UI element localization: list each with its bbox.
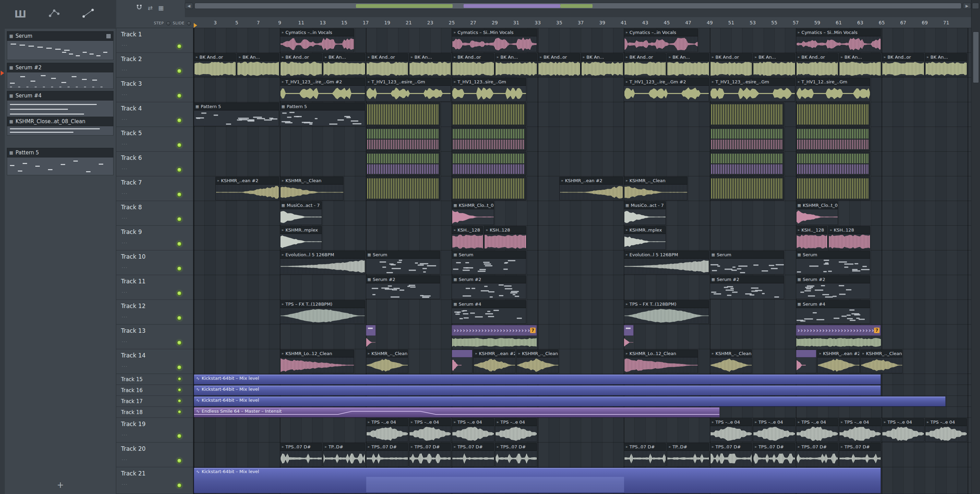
track-header-19[interactable]: Track 19...	[116, 418, 193, 443]
pattern-clip[interactable]: ▦Serum #4	[452, 300, 526, 324]
pattern-clip[interactable]: ▦Serum	[796, 251, 870, 274]
pattern-clip[interactable]: ›››››››››››››››››››››››››››7	[796, 325, 881, 336]
audio-clip[interactable]: »KSH.._128	[452, 226, 483, 250]
automation-clip[interactable]: ∿Kickstart-64bit – Mix level	[194, 468, 881, 493]
picker-item-5[interactable]: ▦Pattern 5	[7, 148, 113, 175]
scrollbar-handle[interactable]	[194, 3, 961, 9]
track-header-13[interactable]: Track 13...	[116, 325, 193, 349]
audio-clip[interactable]: »KSHMR_..ean #2	[817, 350, 859, 373]
track-header-17[interactable]: Track 17	[116, 396, 193, 407]
audio-clip[interactable]	[452, 337, 537, 347]
track-header-20[interactable]: Track 20...	[116, 443, 193, 467]
picker-item-1[interactable]: ▦Serum	[7, 31, 113, 60]
audio-clip[interactable]: »TPS..07 D#	[452, 443, 494, 467]
scroll-left-arrow[interactable]: ◀	[185, 3, 193, 9]
audio-clip[interactable]: »TPS..07 D#	[366, 443, 408, 467]
audio-clip[interactable]	[796, 337, 881, 347]
pattern-clip[interactable]: ▦Pattern 5	[280, 103, 365, 126]
track-header-3[interactable]: Track 3...	[116, 78, 193, 102]
audio-clip[interactable]: »TPS..07 D#	[280, 443, 322, 467]
pattern-clip[interactable]: ▦Serum #4	[796, 300, 870, 324]
track-enable-led[interactable]	[178, 399, 181, 403]
automation-clip[interactable]: ∿Kickstart-64bit – Mix level	[194, 385, 881, 395]
track-enable-led[interactable]	[177, 217, 182, 222]
automation-curve-icon[interactable]	[82, 8, 94, 21]
scroll-right-arrow[interactable]: ▶	[963, 3, 971, 9]
pattern-clip[interactable]	[710, 103, 784, 126]
audio-clip[interactable]: »KSHMR_..ean #2	[215, 177, 279, 200]
pattern-clip[interactable]	[710, 177, 784, 200]
playhead-marker[interactable]	[194, 23, 197, 28]
pattern-clip[interactable]	[366, 127, 440, 151]
audio-clip[interactable]: »KSHMR_Lo..12_Clean	[624, 350, 698, 373]
audio-clip[interactable]: »TPS –..e 04	[925, 418, 967, 442]
pattern-clip[interactable]	[710, 152, 784, 176]
pattern-clip[interactable]	[452, 127, 526, 151]
track-enable-led[interactable]	[178, 377, 181, 381]
audio-clip[interactable]: »TPS –..e 04	[752, 418, 795, 442]
picker-item-button[interactable]	[106, 33, 111, 39]
audio-clip[interactable]: »BK An...	[581, 53, 623, 77]
snap-magnet-icon[interactable]	[136, 4, 142, 11]
audio-clip[interactable]: »BK And..or	[280, 53, 322, 77]
automation-clip[interactable]: ∿Kickstart-64bit – Mix level	[194, 374, 881, 384]
audio-clip[interactable]: »KSH..128	[828, 226, 870, 250]
track-enable-led[interactable]	[177, 143, 182, 148]
track-header-8[interactable]: Track 8...	[116, 201, 193, 226]
track-enable-led[interactable]	[177, 167, 182, 172]
track-enable-led[interactable]	[177, 458, 182, 463]
audio-clip[interactable]: »BK And..or	[710, 53, 752, 77]
pattern-clip[interactable]: ▦Serum	[366, 251, 440, 274]
audio-clip[interactable]: »BK An...	[667, 53, 709, 77]
audio-clip[interactable]: »T_HV1_123..sire_..Gm	[452, 78, 526, 102]
automation-clip[interactable]: ∿Kickstart-64bit – Mix level	[194, 396, 946, 406]
pattern-clip[interactable]: ›››››››››››››››››››››››››››7	[452, 325, 537, 336]
pattern-clip[interactable]	[366, 325, 376, 336]
track-header-18[interactable]: Track 18	[116, 407, 193, 418]
picker-item-4[interactable]: ▦KSHMR_Close..at_08_Clean	[7, 116, 113, 135]
audio-clip[interactable]: »TPS..07 D#	[710, 443, 752, 467]
audio-clip[interactable]	[366, 337, 376, 347]
track-header-15[interactable]: Track 15	[116, 374, 193, 385]
pattern-clip[interactable]: ▦MusiCo..act - 7	[624, 201, 666, 225]
audio-clip[interactable]: »BK An...	[752, 53, 795, 77]
pattern-clip[interactable]	[452, 350, 473, 373]
audio-clip[interactable]: »TPS..07 D#	[752, 443, 795, 467]
audio-clip[interactable]: »T_HV1_12..sire_..Gm	[796, 78, 870, 102]
audio-clip[interactable]: »BK An...	[323, 53, 365, 77]
audio-clip[interactable]: »TPS –..e 04	[366, 418, 408, 442]
pattern-clip[interactable]: ▦Serum #2	[366, 276, 440, 299]
audio-clip[interactable]: »KSHMR_.._Clean	[280, 177, 344, 200]
audio-clip[interactable]: »TPS – FX T..(128BPM)	[624, 300, 709, 324]
audio-clip[interactable]: »T_HV1_123_..ire_..Gm #2	[624, 78, 709, 102]
audio-clip[interactable]: »KSH.._128	[796, 226, 827, 250]
track-enable-led[interactable]	[177, 44, 182, 49]
audio-clip[interactable]: »BK An...	[839, 53, 881, 77]
audio-clip[interactable]: »Evolution..l 5 126BPM	[280, 251, 365, 274]
audio-clip[interactable]: »Cymatics –..in Vocals	[624, 29, 698, 52]
audio-clip[interactable]: »Cymatics – Si..Min Vocals	[796, 29, 881, 52]
audio-clip[interactable]: »BK And..or	[796, 53, 838, 77]
pattern-clip[interactable]	[796, 103, 870, 126]
pattern-clip[interactable]: ▦Serum	[452, 251, 526, 274]
track-header-14[interactable]: Track 14...	[116, 349, 193, 374]
track-header-12[interactable]: Track 12...	[116, 300, 193, 325]
track-header-21[interactable]: Track 21...	[116, 467, 193, 494]
audio-clip[interactable]: »Cymatics –..in Vocals	[280, 29, 354, 52]
audio-clip[interactable]: »T_HV1_123_..ire_..Gm #2	[280, 78, 365, 102]
audio-clip[interactable]: »TPS –..e 04	[710, 418, 752, 442]
audio-clip[interactable]: »BK An...	[409, 53, 451, 77]
audio-clip[interactable]: »TPS –..e 04	[452, 418, 494, 442]
swap-tool-icon[interactable]: ⇄	[148, 5, 153, 11]
track-header-4[interactable]: Track 4...	[116, 102, 193, 127]
track-enable-led[interactable]	[177, 69, 182, 73]
slide-toggle[interactable]	[187, 21, 191, 25]
track-enable-led[interactable]	[177, 291, 182, 296]
vscrollbar-handle[interactable]	[973, 32, 979, 83]
track-enable-led[interactable]	[177, 242, 182, 246]
audio-clip[interactable]: »TPS..07 D#	[495, 443, 537, 467]
pattern-clip[interactable]	[452, 103, 526, 126]
audio-clip[interactable]: »BK An...	[495, 53, 537, 77]
audio-clip[interactable]: »BK And..or	[881, 53, 924, 77]
audio-clip[interactable]: »TPS – FX T..(128BPM)	[280, 300, 365, 324]
